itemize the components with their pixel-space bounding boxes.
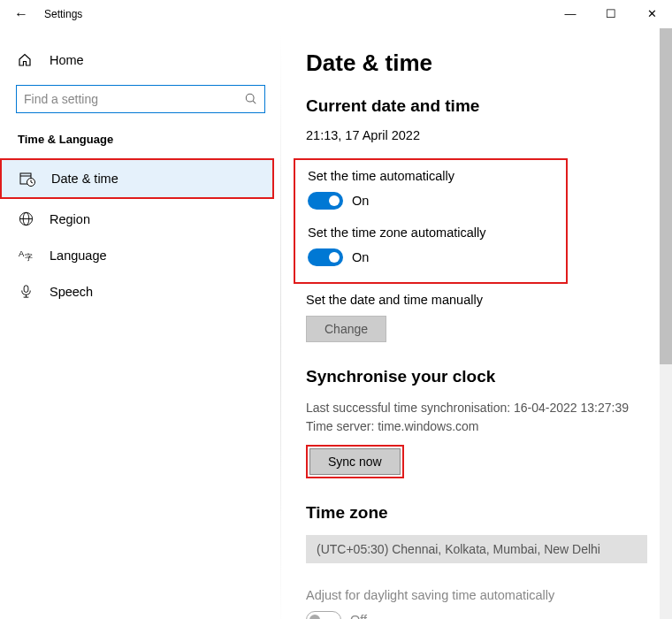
- timezone-heading: Time zone: [306, 503, 647, 523]
- globe-icon: [18, 211, 34, 226]
- highlight-auto-settings: Set the time automatically On Set the ti…: [294, 158, 568, 284]
- scrollbar[interactable]: [660, 28, 672, 619]
- search-input[interactable]: [16, 85, 265, 113]
- sync-last-text: Last successful time synchronisation: 16…: [306, 399, 647, 417]
- language-icon: A字: [18, 248, 34, 263]
- home-label: Home: [50, 53, 84, 67]
- sidebar-item-region[interactable]: Region: [0, 201, 281, 237]
- main-content: Date & time Current date and time 21:13,…: [281, 28, 672, 619]
- home-icon: [18, 53, 34, 67]
- window-controls: — ☐ ✕: [550, 0, 672, 27]
- sidebar-item-label: Date & time: [51, 172, 118, 186]
- category-heading: Time & Language: [0, 129, 281, 157]
- sync-info: Last successful time synchronisation: 16…: [306, 399, 647, 436]
- sync-server-text: Time server: time.windows.com: [306, 417, 647, 436]
- minimize-button[interactable]: —: [550, 0, 591, 27]
- sidebar-item-label: Region: [50, 212, 90, 226]
- manual-datetime-label: Set the date and time manually: [306, 293, 647, 307]
- auto-time-state: On: [352, 194, 369, 208]
- change-button: Change: [306, 316, 386, 342]
- close-button[interactable]: ✕: [631, 0, 672, 27]
- window-title: Settings: [44, 8, 82, 20]
- back-button[interactable]: ←: [0, 6, 42, 22]
- home-nav[interactable]: Home: [0, 46, 281, 74]
- dst-state: Off: [350, 613, 367, 619]
- sidebar-item-date-time[interactable]: Date & time: [2, 160, 272, 197]
- auto-time-label: Set the time automatically: [308, 169, 554, 183]
- microphone-icon: [18, 284, 34, 299]
- svg-rect-12: [24, 286, 28, 293]
- svg-text:字: 字: [24, 253, 32, 262]
- sync-heading: Synchronise your clock: [306, 367, 647, 386]
- dst-label: Adjust for daylight saving time automati…: [306, 588, 647, 602]
- auto-time-toggle[interactable]: [308, 192, 343, 210]
- maximize-button[interactable]: ☐: [591, 0, 631, 27]
- scrollbar-thumb[interactable]: [660, 28, 672, 364]
- current-datetime-heading: Current date and time: [306, 96, 647, 116]
- page-title: Date & time: [306, 50, 647, 77]
- sync-now-button[interactable]: Sync now: [309, 448, 401, 475]
- sidebar-item-label: Language: [50, 248, 107, 263]
- highlight-sync: Sync now: [306, 445, 404, 478]
- calendar-clock-icon: [19, 171, 35, 187]
- sidebar-item-speech[interactable]: Speech: [0, 273, 281, 310]
- dst-toggle: [306, 611, 341, 619]
- search-icon: [245, 93, 257, 105]
- search-field[interactable]: [24, 92, 245, 106]
- sidebar-item-label: Speech: [50, 285, 93, 299]
- svg-point-0: [246, 94, 254, 102]
- auto-tz-state: On: [352, 250, 369, 264]
- svg-line-1: [253, 101, 256, 103]
- auto-tz-toggle[interactable]: [308, 248, 343, 266]
- auto-tz-label: Set the time zone automatically: [308, 225, 554, 240]
- timezone-select: (UTC+05:30) Chennai, Kolkata, Mumbai, Ne…: [306, 535, 647, 563]
- sidebar-item-language[interactable]: A字 Language: [0, 237, 281, 273]
- current-datetime-value: 21:13, 17 April 2022: [306, 128, 647, 142]
- sidebar: Home Time & Language Date & time: [0, 28, 281, 619]
